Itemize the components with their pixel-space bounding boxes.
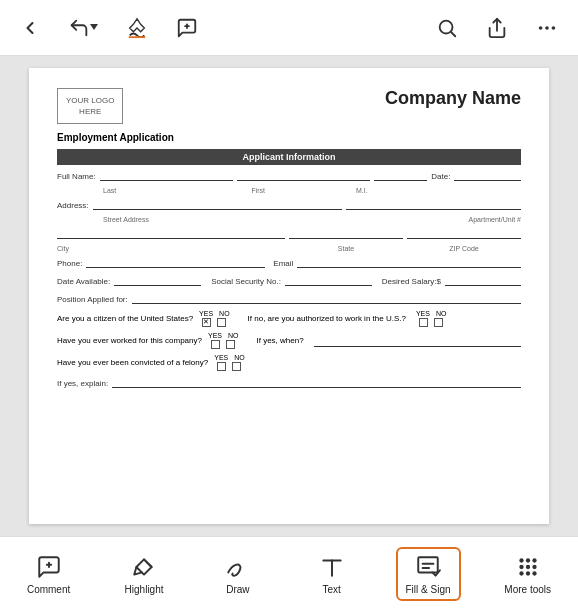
name-sub-labels: Last First M.I. (57, 187, 521, 194)
q1-text: Are you a citizen of the United States? (57, 314, 193, 323)
undo-button[interactable] (64, 13, 102, 43)
fill-sign-tool-label: Fill & Sign (406, 584, 451, 595)
q4-yes-checkbox[interactable] (217, 362, 226, 371)
more-icon (536, 17, 558, 39)
doc-page: YOUR LOGO HERE Company Name Employment A… (29, 68, 549, 524)
text-tool-label: Text (323, 584, 341, 595)
last-name-field (100, 169, 233, 181)
svg-marker-0 (90, 24, 98, 30)
q3-row: Have you ever worked for this company? Y… (57, 332, 521, 349)
mi-field (374, 169, 427, 181)
text-tool[interactable]: Text (302, 547, 362, 601)
q1-row: Are you a citizen of the United States? … (57, 310, 521, 327)
salary-label: Desired Salary:$ (382, 277, 441, 286)
search-icon (436, 17, 458, 39)
svg-point-8 (545, 26, 549, 30)
q4-no-checkbox[interactable] (232, 362, 241, 371)
q2-yes-checkbox[interactable] (419, 318, 428, 327)
svg-line-12 (144, 559, 152, 567)
date-avail-field (114, 274, 201, 286)
share-icon (486, 17, 508, 39)
svg-point-22 (526, 564, 530, 568)
svg-point-4 (440, 20, 453, 33)
position-field (132, 292, 521, 304)
svg-point-7 (539, 26, 543, 30)
address-label: Address: (57, 201, 89, 210)
back-button[interactable] (16, 14, 44, 42)
address-row: Address: (57, 198, 521, 210)
q3-text: Have you ever worked for this company? (57, 336, 202, 345)
svg-point-9 (552, 26, 556, 30)
explain-label: If yes, explain: (57, 379, 108, 388)
date-label: Date: (431, 172, 450, 181)
q2-checkboxes: YES NO (416, 310, 447, 327)
svg-rect-1 (129, 36, 146, 38)
street-field (93, 198, 343, 210)
comment-tool-icon (35, 553, 63, 581)
fill-sign-tool-icon (414, 553, 442, 581)
address-sub-labels: Street Address Apartment/Unit # (57, 216, 521, 223)
more-tools-label: More tools (504, 584, 551, 595)
email-field (297, 256, 521, 268)
more-tools-tool[interactable]: More tools (494, 547, 561, 601)
q2-no-checkbox[interactable] (434, 318, 443, 327)
highlight-tool-icon (130, 553, 158, 581)
more-tools-icon (514, 553, 542, 581)
undo-icon (68, 17, 90, 39)
explain-field (112, 376, 521, 388)
city-row (57, 227, 521, 239)
date-ssn-row: Date Available: Social Security No.: Des… (57, 274, 521, 286)
position-label: Position Applied for: (57, 295, 128, 304)
svg-point-23 (532, 564, 536, 568)
share-button[interactable] (482, 13, 512, 43)
comment-tool[interactable]: Comment (17, 547, 80, 601)
ssn-label: Social Security No.: (211, 277, 281, 286)
q1-no-checkbox[interactable] (217, 318, 226, 327)
svg-point-26 (532, 571, 536, 575)
draw-tool[interactable]: Draw (208, 547, 268, 601)
date-field (454, 169, 521, 181)
q3-yes-checkbox[interactable] (211, 340, 220, 349)
svg-point-18 (519, 558, 523, 562)
svg-point-25 (526, 571, 530, 575)
q1-yes-checkbox[interactable] (202, 318, 211, 327)
q3-followup-text: If yes, when? (256, 336, 303, 345)
svg-point-24 (519, 571, 523, 575)
search-button[interactable] (432, 13, 462, 43)
fill-color-button[interactable] (122, 13, 152, 43)
highlight-tool-label: Highlight (125, 584, 164, 595)
phone-row: Phone: Email (57, 256, 521, 268)
logo-box: YOUR LOGO HERE (57, 88, 123, 124)
svg-line-5 (451, 32, 455, 36)
state-field (289, 227, 403, 239)
city-sub-labels: City State ZIP Code (57, 245, 521, 252)
q1-checkboxes: YES NO (199, 310, 230, 327)
ssn-field (285, 274, 372, 286)
bottom-toolbar: Comment Highlight Draw Text (0, 536, 578, 608)
apt-field (346, 198, 521, 210)
top-toolbar (0, 0, 578, 56)
text-tool-icon (318, 553, 346, 581)
fill-sign-tool[interactable]: Fill & Sign (396, 547, 461, 601)
q3-when-field (314, 335, 521, 347)
more-button[interactable] (532, 13, 562, 43)
section-header: Applicant Information (57, 149, 521, 165)
zip-field (407, 227, 521, 239)
explain-row: If yes, explain: (57, 376, 521, 388)
company-name: Company Name (385, 88, 521, 109)
doc-title: Employment Application (57, 132, 521, 143)
phone-label: Phone: (57, 259, 82, 268)
svg-rect-15 (418, 557, 438, 572)
draw-tool-icon (224, 553, 252, 581)
highlight-tool[interactable]: Highlight (114, 547, 174, 601)
comment-top-button[interactable] (172, 13, 202, 43)
position-row: Position Applied for: (57, 292, 521, 304)
city-field (57, 227, 285, 239)
first-name-field (237, 169, 370, 181)
phone-field (86, 256, 265, 268)
q4-text: Have you ever been convicted of a felony… (57, 358, 208, 367)
back-icon (20, 18, 40, 38)
q3-checkboxes: YES NO (208, 332, 239, 349)
q3-no-checkbox[interactable] (226, 340, 235, 349)
email-label: Email (273, 259, 293, 268)
